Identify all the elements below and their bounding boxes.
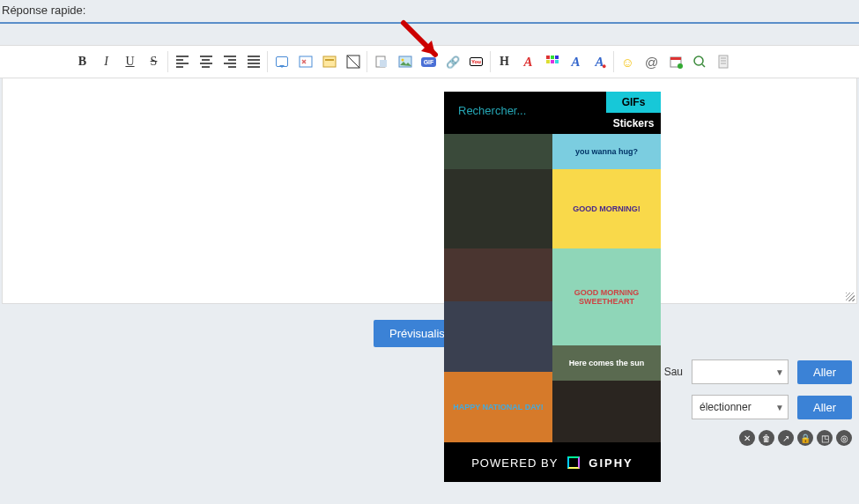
heading-button[interactable]: H bbox=[492, 51, 516, 72]
giphy-tab-stickers[interactable]: Stickers bbox=[606, 113, 661, 134]
font-size-icon: A bbox=[523, 55, 532, 70]
bold-button[interactable]: B bbox=[70, 51, 94, 72]
go-button-1[interactable]: Aller bbox=[797, 360, 852, 384]
chevron-down-icon: ▼ bbox=[775, 367, 784, 377]
svg-point-16 bbox=[678, 63, 683, 69]
image-icon bbox=[398, 55, 412, 69]
code-button[interactable] bbox=[293, 51, 317, 72]
expand-icon[interactable]: ◳ bbox=[817, 430, 833, 446]
search-button[interactable] bbox=[687, 51, 711, 72]
underline-button[interactable]: U bbox=[118, 51, 142, 72]
lock-icon[interactable]: 🔒 bbox=[797, 430, 813, 446]
svg-rect-5 bbox=[380, 60, 387, 67]
align-justify-button[interactable] bbox=[241, 51, 265, 72]
font-family-icon: A bbox=[571, 55, 580, 70]
align-left-button[interactable] bbox=[170, 51, 194, 72]
font-size-button[interactable]: A bbox=[516, 51, 540, 72]
emoji-icon: ☺ bbox=[621, 55, 634, 70]
strike-button[interactable]: S bbox=[142, 51, 166, 72]
hidden-icon bbox=[346, 55, 360, 69]
align-left-icon bbox=[176, 56, 189, 68]
link-icon: 🔗 bbox=[446, 56, 460, 69]
quote-icon bbox=[276, 56, 288, 67]
strike-icon: S bbox=[151, 55, 158, 69]
at-icon: @ bbox=[645, 55, 658, 70]
font-color-button[interactable] bbox=[540, 51, 564, 72]
gif-item[interactable]: you wanna hug? bbox=[552, 134, 661, 169]
svg-point-7 bbox=[401, 59, 404, 62]
italic-button[interactable]: I bbox=[94, 51, 118, 72]
remove-format-button[interactable]: A● bbox=[588, 51, 611, 72]
svg-rect-12 bbox=[551, 60, 554, 63]
gif-button[interactable]: GIF bbox=[417, 51, 441, 72]
trash-icon[interactable]: 🗑 bbox=[759, 430, 774, 446]
svg-rect-10 bbox=[555, 56, 559, 59]
emoji-button[interactable]: ☺ bbox=[616, 51, 640, 72]
svg-rect-8 bbox=[546, 56, 550, 59]
gif-item[interactable]: Here comes the sun bbox=[552, 345, 661, 381]
save-label: Sau bbox=[664, 366, 683, 378]
svg-point-17 bbox=[694, 56, 703, 65]
close-icon[interactable]: ✕ bbox=[739, 430, 755, 446]
spoiler-icon bbox=[322, 55, 337, 69]
align-right-button[interactable] bbox=[218, 51, 241, 72]
paste-icon bbox=[374, 55, 389, 69]
link-button[interactable]: 🔗 bbox=[441, 51, 464, 72]
globe-search-icon bbox=[692, 55, 707, 69]
giphy-tab-gifs[interactable]: GIFs bbox=[606, 92, 661, 113]
select-1[interactable]: ▼ bbox=[692, 359, 789, 384]
giphy-panel: Rechercher... GIFs Stickers HAPPY NATION… bbox=[444, 92, 661, 482]
image-button[interactable] bbox=[393, 51, 417, 72]
youtube-button[interactable]: You bbox=[464, 51, 488, 72]
font-family-button[interactable]: A bbox=[564, 51, 588, 72]
gif-item[interactable] bbox=[444, 134, 552, 169]
resize-handle-icon[interactable] bbox=[842, 289, 856, 303]
giphy-logo-icon bbox=[567, 456, 580, 469]
gif-item[interactable] bbox=[444, 301, 552, 372]
svg-rect-11 bbox=[546, 60, 550, 63]
header-title: Réponse rapide: bbox=[0, 0, 859, 20]
svg-rect-15 bbox=[670, 57, 681, 60]
mention-button[interactable]: @ bbox=[640, 51, 663, 72]
giphy-brand-label: GIPHY bbox=[589, 456, 633, 470]
quote-button[interactable] bbox=[270, 51, 293, 72]
svg-rect-1 bbox=[323, 56, 336, 67]
date-button[interactable] bbox=[663, 51, 687, 72]
align-center-button[interactable] bbox=[194, 51, 218, 72]
external-icon[interactable]: ↗ bbox=[778, 430, 794, 446]
editor-toolbar: B I U S GIF 🔗 You H A A A● ☺ @ bbox=[0, 45, 859, 78]
header-divider bbox=[0, 22, 859, 24]
remove-format-icon: A● bbox=[595, 55, 604, 70]
select-2[interactable]: électionner ▼ bbox=[692, 395, 789, 419]
align-justify-icon bbox=[248, 56, 260, 68]
gif-item[interactable] bbox=[552, 381, 661, 442]
chevron-down-icon: ▼ bbox=[775, 403, 784, 412]
collapse-icon[interactable]: ◎ bbox=[836, 430, 852, 446]
hidden-button[interactable] bbox=[341, 51, 365, 72]
gif-item[interactable]: GOOD MORNING! bbox=[552, 169, 661, 248]
giphy-powered-label: POWERED BY bbox=[471, 456, 558, 470]
svg-rect-2 bbox=[325, 59, 334, 61]
document-icon bbox=[716, 55, 730, 69]
code-icon bbox=[299, 55, 313, 69]
align-center-icon bbox=[200, 56, 212, 68]
svg-rect-0 bbox=[300, 56, 312, 67]
underline-icon: U bbox=[125, 55, 134, 69]
giphy-search-input[interactable]: Rechercher... bbox=[444, 92, 606, 134]
gif-item[interactable] bbox=[444, 169, 552, 248]
gif-item[interactable]: HAPPY NATIONAL DAY! bbox=[444, 372, 552, 442]
svg-rect-9 bbox=[551, 56, 554, 59]
footer-tools: ✕ 🗑 ↗ 🔒 ◳ ◎ bbox=[0, 425, 859, 451]
note-button[interactable] bbox=[711, 51, 735, 72]
svg-rect-18 bbox=[719, 56, 728, 68]
gif-item[interactable]: GOOD MORNING SWEETHEART bbox=[552, 248, 661, 345]
paste-button[interactable] bbox=[369, 51, 393, 72]
go-button-2[interactable]: Aller bbox=[797, 396, 852, 419]
spoiler-button[interactable] bbox=[317, 51, 341, 72]
align-right-icon bbox=[224, 56, 236, 68]
gif-item[interactable] bbox=[444, 248, 552, 301]
heading-icon: H bbox=[500, 55, 509, 69]
editor-textarea[interactable] bbox=[2, 78, 857, 304]
svg-rect-13 bbox=[555, 60, 559, 63]
gif-icon: GIF bbox=[421, 57, 437, 67]
